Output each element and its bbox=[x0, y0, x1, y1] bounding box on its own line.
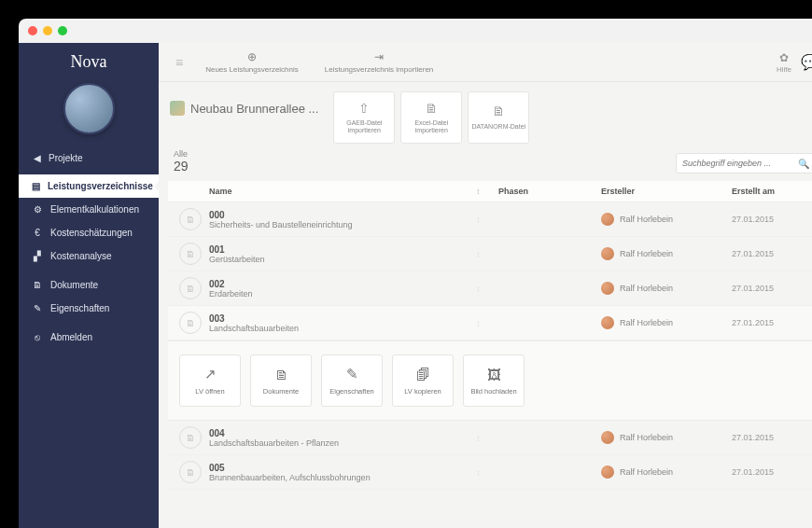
sidebar-item-label: Kostenanalyse bbox=[50, 251, 112, 261]
row-action-dokumente[interactable]: 🗎Dokumente bbox=[250, 354, 312, 407]
help-label: Hilfe bbox=[777, 65, 791, 74]
search-input[interactable] bbox=[682, 159, 794, 168]
chat-icon: 💬 bbox=[801, 54, 812, 70]
table-row[interactable]: 🗎005Brunnenbauarbeiten, Aufschlussbohrun… bbox=[168, 455, 812, 490]
row-name: 000Sicherheits- und Baustelleneinrichtun… bbox=[209, 210, 476, 229]
sidebar-item-eigenschaften[interactable]: ✎ Eigenschaften bbox=[19, 297, 159, 320]
tile-label: Excel-Datei importieren bbox=[401, 119, 461, 133]
sidebar-item-dokumente[interactable]: 🗎 Dokumente bbox=[19, 273, 159, 297]
sidebar-item-elementkalkulationen[interactable]: ⚙ Elementkalkulationen bbox=[19, 198, 159, 221]
action-icon: 🗎 bbox=[274, 367, 288, 382]
row-sort-icon: ↕ bbox=[476, 467, 498, 478]
row-sort-icon: ↕ bbox=[476, 249, 498, 259]
logout-icon: ⎋ bbox=[32, 332, 43, 342]
tile-gaeb-import[interactable]: ⇧ GAEB-Datei importieren bbox=[333, 91, 395, 144]
action-icon: ✎ bbox=[346, 366, 358, 382]
filter-row: Alle 29 🔍 bbox=[159, 144, 812, 181]
filter-all-label[interactable]: Alle bbox=[174, 149, 189, 159]
row-action-panel: ↗LV öffnen🗎Dokumente✎Eigenschaften🗐LV ko… bbox=[168, 340, 812, 421]
row-name: 001Gerüstarbeiten bbox=[209, 244, 476, 264]
sidebar-item-leistungsverzeichnisse[interactable]: ▤ Leistungsverzeichnisse bbox=[19, 174, 159, 198]
row-action-lv-kopieren[interactable]: 🗐LV kopieren bbox=[392, 354, 454, 407]
row-action-bild-hochladen[interactable]: 🖼Bild hochladen bbox=[463, 354, 525, 407]
tile-label: GAEB-Datei importieren bbox=[334, 119, 394, 133]
breadcrumb[interactable]: Neubau Brunnerallee ... bbox=[170, 91, 318, 116]
top-action-label: Leistungsverzeichnis importieren bbox=[325, 65, 434, 74]
table-row[interactable]: 🗎004Landschaftsbauarbeiten - Pflanzen↕Ra… bbox=[168, 421, 812, 455]
tile-label: DATANORM-Datei bbox=[471, 123, 525, 131]
row-action-lv-ffnen[interactable]: ↗LV öffnen bbox=[179, 354, 241, 407]
table: Name ↕ Phasen Ersteller Erstellt am 🗎000… bbox=[159, 181, 812, 528]
table-row[interactable]: 🗎001Gerüstarbeiten↕Ralf Horlebein27.01.2… bbox=[168, 237, 812, 271]
filter-counts: Alle 29 bbox=[174, 149, 189, 174]
list-icon: ▤ bbox=[32, 181, 40, 191]
avatar-icon bbox=[601, 282, 614, 295]
sidebar-item-kostenschaetzungen[interactable]: € Kostenschätzungen bbox=[19, 221, 159, 244]
zoom-dot[interactable] bbox=[58, 26, 67, 35]
table-row[interactable]: 🗎000Sicherheits- und Baustelleneinrichtu… bbox=[168, 202, 812, 237]
row-date: 27.01.2015 bbox=[732, 318, 812, 327]
row-name: 003Landschaftsbauarbeiten bbox=[209, 313, 476, 333]
row-creator: Ralf Horlebein bbox=[601, 431, 732, 444]
row-date: 27.01.2015 bbox=[732, 467, 812, 477]
breadcrumb-text: Neubau Brunnerallee ... bbox=[190, 102, 318, 116]
sort-icon[interactable]: ↕ bbox=[476, 187, 498, 196]
action-icon: 🖼 bbox=[487, 367, 501, 382]
action-icon: ↗ bbox=[204, 366, 217, 382]
sidebar-item-kostenanalyse[interactable]: ▞ Kostenanalyse bbox=[19, 244, 159, 268]
tile-datanorm[interactable]: 🗎 DATANORM-Datei bbox=[468, 91, 529, 144]
messages-button[interactable]: 💬 5 bbox=[801, 53, 812, 71]
app-root: Nova ◀ Projekte ▤ Leistungsverzeichnisse… bbox=[19, 43, 812, 528]
search-box[interactable]: 🔍 bbox=[676, 153, 812, 174]
row-doc-icon: 🗎 bbox=[179, 461, 202, 483]
plus-circle-icon: ⊕ bbox=[247, 50, 257, 63]
sidebar: Nova ◀ Projekte ▤ Leistungsverzeichnisse… bbox=[19, 43, 159, 528]
top-action-new-lv[interactable]: ⊕ Neues Leistungsverzeichnis bbox=[196, 43, 308, 81]
help-button[interactable]: ✿ Hilfe bbox=[777, 51, 791, 74]
sidebar-item-label: Eigenschaften bbox=[50, 303, 109, 313]
row-doc-icon: 🗎 bbox=[179, 312, 202, 334]
col-name[interactable]: Name bbox=[209, 187, 476, 196]
sidebar-item-label: Dokumente bbox=[50, 280, 98, 290]
row-creator: Ralf Horlebein bbox=[601, 247, 732, 260]
row-creator: Ralf Horlebein bbox=[601, 465, 732, 479]
col-phasen[interactable]: Phasen bbox=[498, 187, 601, 196]
sidebar-item-label: Kostenschätzungen bbox=[50, 228, 133, 238]
sidebar-item-abmelden[interactable]: ⎋ Abmelden bbox=[19, 326, 159, 349]
row-date: 27.01.2015 bbox=[732, 284, 812, 293]
brand-logo[interactable]: Nova bbox=[71, 52, 107, 71]
nav-back[interactable]: ◀ Projekte bbox=[19, 147, 159, 169]
row-action-eigenschaften[interactable]: ✎Eigenschaften bbox=[321, 354, 383, 407]
row-doc-icon: 🗎 bbox=[179, 277, 202, 299]
sidebar-item-label: Elementkalkulationen bbox=[50, 204, 139, 215]
table-row[interactable]: 🗎002Erdarbeiten↕Ralf Horlebein27.01.2015 bbox=[168, 271, 812, 306]
col-erstellt[interactable]: Erstellt am bbox=[732, 187, 812, 196]
calc-icon: ⚙ bbox=[32, 204, 43, 215]
action-label: LV kopieren bbox=[404, 387, 441, 396]
close-dot[interactable] bbox=[28, 26, 37, 35]
minimize-dot[interactable] bbox=[43, 26, 52, 35]
search-icon[interactable]: 🔍 bbox=[798, 159, 809, 169]
hamburger-icon[interactable]: ≡ bbox=[170, 43, 189, 81]
row-name: 002Erdarbeiten bbox=[209, 279, 476, 299]
row-name: 004Landschaftsbauarbeiten - Pflanzen bbox=[209, 428, 476, 448]
col-ersteller[interactable]: Ersteller bbox=[601, 187, 732, 196]
filter-count: 29 bbox=[174, 159, 189, 174]
row-sort-icon: ↕ bbox=[476, 433, 498, 443]
action-label: LV öffnen bbox=[195, 387, 224, 396]
chart-icon: ▞ bbox=[32, 251, 43, 261]
project-avatar[interactable] bbox=[63, 83, 115, 134]
row-doc-icon: 🗎 bbox=[179, 243, 202, 265]
top-action-label: Neues Leistungsverzeichnis bbox=[205, 65, 299, 74]
content: ≡ ⊕ Neues Leistungsverzeichnis ⇥ Leistun… bbox=[159, 43, 812, 528]
tile-excel-import[interactable]: 🗎 Excel-Datei importieren bbox=[400, 91, 462, 144]
row-creator: Ralf Horlebein bbox=[601, 282, 732, 295]
row-date: 27.01.2015 bbox=[732, 215, 812, 224]
table-row[interactable]: 🗎003Landschaftsbauarbeiten↕Ralf Horlebei… bbox=[168, 306, 812, 340]
top-action-import-lv[interactable]: ⇥ Leistungsverzeichnis importieren bbox=[315, 43, 443, 81]
avatar-wrap bbox=[19, 77, 159, 147]
import-tiles: ⇧ GAEB-Datei importieren 🗎 Excel-Datei i… bbox=[333, 91, 529, 144]
file-icon: 🗎 bbox=[425, 102, 438, 116]
topbar: ≡ ⊕ Neues Leistungsverzeichnis ⇥ Leistun… bbox=[159, 43, 812, 82]
row-creator: Ralf Horlebein bbox=[601, 316, 732, 329]
